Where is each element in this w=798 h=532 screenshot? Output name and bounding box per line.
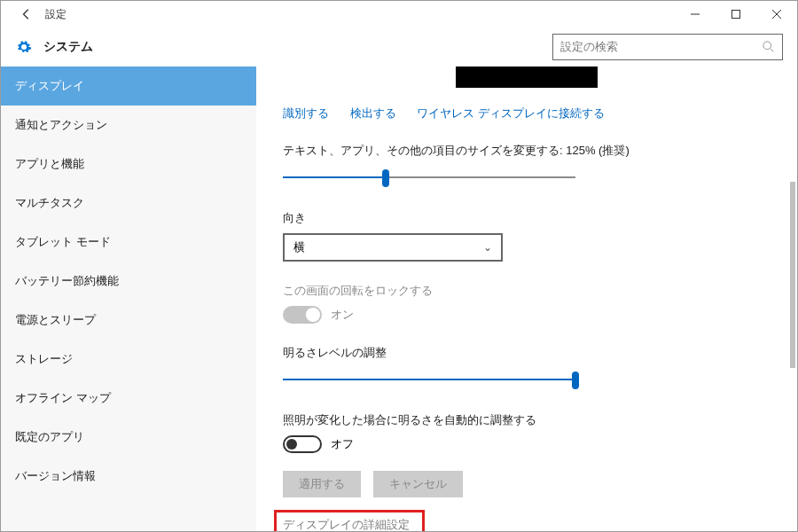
sidebar-item-storage[interactable]: ストレージ <box>1 340 256 379</box>
brightness-slider[interactable] <box>283 370 575 391</box>
svg-line-5 <box>771 49 774 52</box>
svg-rect-1 <box>732 11 740 19</box>
arrow-left-icon <box>20 8 33 20</box>
advanced-display-link[interactable]: ディスプレイの詳細設定 <box>283 517 410 531</box>
sidebar-item-offline-maps[interactable]: オフライン マップ <box>1 379 256 418</box>
settings-window: 設定 システム 設定の検索 ディスプレイ 通知とアクション アプリと機能 マルチ… <box>0 0 798 532</box>
search-placeholder: 設定の検索 <box>560 39 763 55</box>
main-panel: 識別する 検出する ワイヤレス ディスプレイに接続する テキスト、アプリ、その他… <box>256 66 797 531</box>
search-icon <box>763 41 775 53</box>
gear-icon <box>15 38 33 56</box>
monitor-preview[interactable] <box>456 66 598 88</box>
wireless-link[interactable]: ワイヤレス ディスプレイに接続する <box>417 106 605 120</box>
brightness-label: 明るさレベルの調整 <box>283 345 771 361</box>
slider-thumb[interactable] <box>382 169 389 187</box>
identify-link[interactable]: 識別する <box>283 106 329 120</box>
orientation-value: 横 <box>293 239 483 255</box>
scale-slider[interactable] <box>283 168 575 189</box>
rotation-lock-label: この画面の回転をロックする <box>283 283 771 299</box>
auto-brightness-toggle[interactable]: オフ <box>283 435 771 453</box>
auto-brightness-state: オフ <box>331 436 354 452</box>
sidebar-item-battery[interactable]: バッテリー節約機能 <box>1 262 256 301</box>
sidebar-item-default-apps[interactable]: 既定のアプリ <box>1 418 256 457</box>
maximize-icon <box>732 10 740 19</box>
sidebar-item-notifications[interactable]: 通知とアクション <box>1 106 256 145</box>
content: ディスプレイ 通知とアクション アプリと機能 マルチタスク タブレット モード … <box>1 66 797 531</box>
chevron-down-icon: ⌄ <box>483 241 492 254</box>
scale-label: テキスト、アプリ、その他の項目のサイズを変更する: 125% (推奨) <box>283 143 771 159</box>
rotation-lock-state: オン <box>331 307 354 323</box>
maximize-button[interactable] <box>716 1 756 27</box>
rotation-lock-toggle[interactable]: オン <box>283 306 771 324</box>
close-button[interactable] <box>756 1 797 27</box>
sidebar: ディスプレイ 通知とアクション アプリと機能 マルチタスク タブレット モード … <box>1 66 256 531</box>
sidebar-item-tablet[interactable]: タブレット モード <box>1 223 256 262</box>
minimize-icon <box>691 10 700 19</box>
orientation-label: 向き <box>283 210 771 226</box>
sidebar-item-about[interactable]: バージョン情報 <box>1 457 256 496</box>
cancel-button[interactable]: キャンセル <box>373 471 463 497</box>
sidebar-item-multitask[interactable]: マルチタスク <box>1 184 256 223</box>
svg-point-4 <box>763 42 771 50</box>
window-controls <box>675 1 797 27</box>
apply-button[interactable]: 適用する <box>283 471 361 497</box>
window-title: 設定 <box>45 7 66 22</box>
detect-link[interactable]: 検出する <box>350 106 396 120</box>
back-button[interactable] <box>13 1 40 27</box>
minimize-button[interactable] <box>675 1 716 27</box>
orientation-select[interactable]: 横 ⌄ <box>283 233 503 262</box>
search-input[interactable]: 設定の検索 <box>552 34 783 60</box>
display-links: 識別する 検出する ワイヤレス ディスプレイに接続する <box>283 106 771 121</box>
sidebar-item-power[interactable]: 電源とスリープ <box>1 301 256 340</box>
scrollbar[interactable] <box>790 182 795 368</box>
sidebar-item-display[interactable]: ディスプレイ <box>1 66 256 106</box>
header-title: システム <box>43 39 93 55</box>
header-row: システム 設定の検索 <box>1 27 797 66</box>
sidebar-item-apps[interactable]: アプリと機能 <box>1 145 256 184</box>
button-row: 適用する キャンセル <box>283 471 771 497</box>
close-icon <box>772 10 781 19</box>
slider-thumb[interactable] <box>572 372 579 389</box>
titlebar: 設定 <box>1 1 797 27</box>
auto-brightness-label: 照明が変化した場合に明るさを自動的に調整する <box>283 412 771 428</box>
